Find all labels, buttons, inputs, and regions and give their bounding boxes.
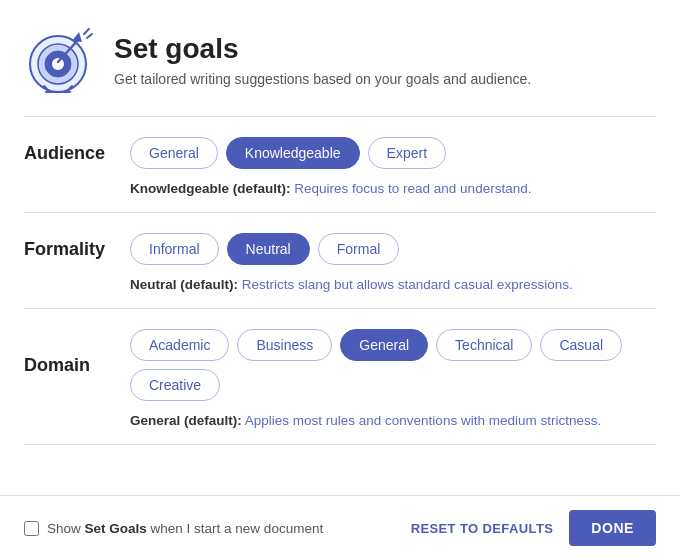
domain-option-casual[interactable]: Casual — [540, 329, 622, 361]
domain-row: Domain Academic Business General Technic… — [24, 329, 656, 401]
svg-marker-5 — [72, 32, 82, 42]
target-icon — [24, 24, 96, 96]
show-goals-checkbox[interactable] — [24, 521, 39, 536]
reset-button[interactable]: RESET TO DEFAULTS — [407, 513, 558, 544]
formality-desc-text: Restricts slang but allows standard casu… — [238, 277, 573, 292]
audience-row: Audience General Knowledgeable Expert — [24, 137, 656, 169]
footer: Show Set Goals when I start a new docume… — [0, 495, 680, 560]
formality-option-informal[interactable]: Informal — [130, 233, 219, 265]
domain-option-creative[interactable]: Creative — [130, 369, 220, 401]
domain-options: Academic Business General Technical Casu… — [130, 329, 656, 401]
domain-option-technical[interactable]: Technical — [436, 329, 532, 361]
audience-option-knowledgeable[interactable]: Knowledgeable — [226, 137, 360, 169]
domain-description: General (default): Applies most rules an… — [24, 413, 656, 428]
page-subtitle: Get tailored writing suggestions based o… — [114, 71, 531, 87]
svg-line-10 — [87, 34, 92, 38]
svg-point-3 — [52, 58, 64, 70]
audience-desc-text: Requires focus to read and understand. — [291, 181, 532, 196]
audience-desc-label: Knowledgeable (default): — [130, 181, 291, 196]
checkbox-label[interactable]: Show Set Goals when I start a new docume… — [47, 521, 323, 536]
formality-section: Formality Informal Neutral Formal Neutra… — [0, 213, 680, 308]
domain-desc-label: General (default): — [130, 413, 242, 428]
divider-4 — [24, 444, 656, 445]
formality-desc-label: Neutral (default): — [130, 277, 238, 292]
checkbox-prefix: Show — [47, 521, 85, 536]
formality-option-formal[interactable]: Formal — [318, 233, 400, 265]
checkbox-suffix: when I start a new document — [147, 521, 323, 536]
audience-options: General Knowledgeable Expert — [130, 137, 446, 169]
domain-label: Domain — [24, 355, 114, 376]
audience-section: Audience General Knowledgeable Expert Kn… — [0, 117, 680, 212]
checkbox-bold: Set Goals — [85, 521, 147, 536]
formality-label: Formality — [24, 239, 114, 260]
formality-description: Neutral (default): Restricts slang but a… — [24, 277, 656, 292]
domain-option-general[interactable]: General — [340, 329, 428, 361]
formality-option-neutral[interactable]: Neutral — [227, 233, 310, 265]
footer-buttons: RESET TO DEFAULTS DONE — [407, 510, 656, 546]
checkbox-row: Show Set Goals when I start a new docume… — [24, 521, 323, 536]
formality-options: Informal Neutral Formal — [130, 233, 399, 265]
domain-option-academic[interactable]: Academic — [130, 329, 229, 361]
header-text: Set goals Get tailored writing suggestio… — [114, 33, 531, 87]
page-title: Set goals — [114, 33, 531, 65]
audience-option-expert[interactable]: Expert — [368, 137, 446, 169]
main-container: Set goals Get tailored writing suggestio… — [0, 0, 680, 560]
domain-desc-text: Applies most rules and conventions with … — [242, 413, 601, 428]
done-button[interactable]: DONE — [569, 510, 656, 546]
domain-section: Domain Academic Business General Technic… — [0, 309, 680, 444]
domain-option-business[interactable]: Business — [237, 329, 332, 361]
svg-line-9 — [84, 29, 89, 34]
audience-description: Knowledgeable (default): Requires focus … — [24, 181, 656, 196]
audience-option-general[interactable]: General — [130, 137, 218, 169]
header: Set goals Get tailored writing suggestio… — [0, 0, 680, 116]
formality-row: Formality Informal Neutral Formal — [24, 233, 656, 265]
audience-label: Audience — [24, 143, 114, 164]
